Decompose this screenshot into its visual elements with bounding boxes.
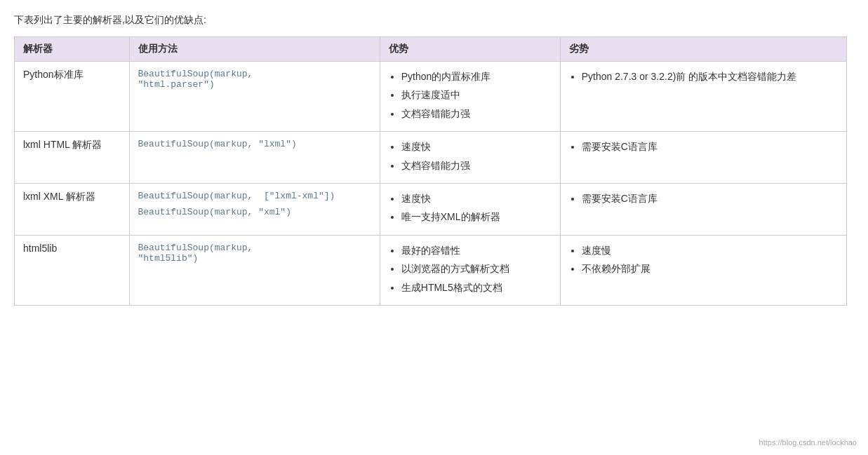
usage-code: BeautifulSoup(markup, "html5lib")	[138, 243, 371, 264]
header-cons: 劣势	[560, 37, 846, 62]
cons-item: 不依赖外部扩展	[582, 261, 838, 276]
pros-item: 文档容错能力强	[401, 158, 552, 173]
cell-parser-name: Python标准库	[15, 62, 130, 132]
cell-pros: Python的内置标准库执行速度适中文档容错能力强	[380, 62, 560, 132]
parsers-table: 解析器 使用方法 优势 劣势 Python标准库BeautifulSoup(ma…	[14, 36, 847, 306]
pros-item: 文档容错能力强	[401, 106, 552, 121]
usage-code: BeautifulSoup(markup, "lxml")	[138, 139, 371, 149]
table-row: lxml XML 解析器BeautifulSoup(markup, ["lxml…	[15, 183, 847, 235]
intro-text: 下表列出了主要的解析器,以及它们的优缺点:	[14, 14, 847, 27]
cell-usage: BeautifulSoup(markup, ["lxml-xml"])Beaut…	[129, 183, 380, 235]
usage-code: BeautifulSoup(markup, "html.parser")	[138, 69, 371, 90]
usage-code: BeautifulSoup(markup, "xml")	[138, 207, 371, 217]
cell-cons: Python 2.7.3 or 3.2.2)前 的版本中文档容错能力差	[560, 62, 846, 132]
cons-item: 需要安装C语言库	[582, 139, 838, 154]
table-row: Python标准库BeautifulSoup(markup, "html.par…	[15, 62, 847, 132]
pros-item: 速度快	[401, 139, 552, 154]
cell-cons: 速度慢不依赖外部扩展	[560, 235, 846, 305]
cell-pros: 最好的容错性以浏览器的方式解析文档生成HTML5格式的文档	[380, 235, 560, 305]
table-row: html5libBeautifulSoup(markup, "html5lib"…	[15, 235, 847, 305]
header-usage: 使用方法	[129, 37, 380, 62]
pros-item: 生成HTML5格式的文档	[401, 280, 552, 295]
cell-parser-name: lxml XML 解析器	[15, 183, 130, 235]
pros-item: 以浏览器的方式解析文档	[401, 261, 552, 276]
usage-code: BeautifulSoup(markup, ["lxml-xml"])	[138, 191, 371, 201]
header-parser: 解析器	[15, 37, 130, 62]
table-row: lxml HTML 解析器BeautifulSoup(markup, "lxml…	[15, 132, 847, 184]
cons-item: Python 2.7.3 or 3.2.2)前 的版本中文档容错能力差	[582, 69, 838, 84]
pros-item: 执行速度适中	[401, 87, 552, 102]
pros-item: 最好的容错性	[401, 243, 552, 258]
watermark: https://blog.csdn.net/lockhao	[759, 438, 857, 447]
cell-cons: 需要安装C语言库	[560, 132, 846, 184]
table-header-row: 解析器 使用方法 优势 劣势	[15, 37, 847, 62]
pros-item: 唯一支持XML的解析器	[401, 209, 552, 224]
cell-usage: BeautifulSoup(markup, "lxml")	[129, 132, 380, 184]
cell-usage: BeautifulSoup(markup, "html.parser")	[129, 62, 380, 132]
cell-usage: BeautifulSoup(markup, "html5lib")	[129, 235, 380, 305]
cell-pros: 速度快文档容错能力强	[380, 132, 560, 184]
cell-cons: 需要安装C语言库	[560, 183, 846, 235]
header-pros: 优势	[380, 37, 560, 62]
pros-item: Python的内置标准库	[401, 69, 552, 84]
cons-item: 需要安装C语言库	[582, 191, 838, 206]
cell-parser-name: html5lib	[15, 235, 130, 305]
pros-item: 速度快	[401, 191, 552, 206]
cell-parser-name: lxml HTML 解析器	[15, 132, 130, 184]
cons-item: 速度慢	[582, 243, 838, 258]
cell-pros: 速度快唯一支持XML的解析器	[380, 183, 560, 235]
